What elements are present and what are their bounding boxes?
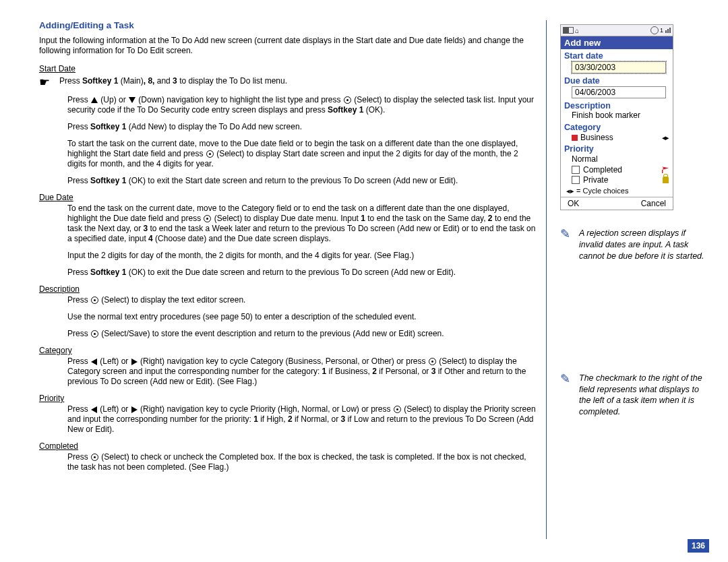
note-icon: ✎ <box>560 373 572 418</box>
start-date-p2: Press Softkey 1 (Add New) to display the… <box>67 122 538 132</box>
phone-due-date-label: Due date <box>561 75 673 86</box>
right-arrow-icon <box>131 358 138 365</box>
start-date-pointer-line: Press Softkey 1 (Main), 8, and 3 to disp… <box>59 76 538 86</box>
start-date-p1: Press (Up) or (Down) navigation key to h… <box>67 95 538 115</box>
due-date-heading: Due Date <box>39 193 538 202</box>
cycle-arrows-icon: ◂▸ <box>662 133 669 142</box>
phone-statusbar: ⌂ 1 <box>561 25 673 36</box>
phone-priority-value: Normal <box>572 154 598 164</box>
phone-description-label: Description <box>561 100 673 111</box>
category-p1: Press (Left) or (Right) navigation key t… <box>67 356 538 387</box>
flag-icon <box>662 166 669 173</box>
start-date-p4: Press Softkey 1 (OK) to exit the Start d… <box>67 176 538 186</box>
side-note-2: ✎ The checkmark to the right of the fiel… <box>560 373 709 418</box>
start-date-heading: Start Date <box>39 64 538 73</box>
priority-heading: Priority <box>39 394 538 403</box>
home-icon: ⌂ <box>575 27 579 34</box>
note-icon: ✎ <box>560 228 572 262</box>
phone-private-label: Private <box>583 175 608 185</box>
vertical-divider <box>546 20 547 539</box>
right-arrow-icon <box>131 406 138 413</box>
section-heading: Adding/Editing a Task <box>39 20 538 30</box>
clock-badge: 1 <box>660 27 663 34</box>
down-arrow-icon <box>129 97 135 103</box>
phone-softkey-ok[interactable]: OK <box>568 199 579 208</box>
phone-title: Add new <box>561 36 673 49</box>
select-icon <box>429 358 436 365</box>
pointer-icon: ☛ <box>39 76 59 88</box>
phone-priority-label: Priority <box>561 144 673 154</box>
phone-description-value[interactable]: Finish book marker <box>561 111 673 122</box>
battery-icon <box>563 27 574 34</box>
select-icon <box>91 454 98 461</box>
phone-priority-row[interactable]: Normal <box>561 154 673 165</box>
select-icon <box>91 296 98 304</box>
phone-category-row[interactable]: Business ◂▸ <box>561 132 673 144</box>
select-icon <box>91 330 98 338</box>
lock-icon <box>663 177 669 183</box>
checkbox-icon <box>572 176 580 184</box>
phone-category-value: Business <box>580 133 613 142</box>
left-arrow-icon <box>91 358 97 365</box>
completed-heading: Completed <box>39 441 538 451</box>
checkbox-icon <box>572 166 580 174</box>
phone-completed-label: Completed <box>583 165 622 175</box>
phone-cycle-hint: ◂▸ = Cycle choices <box>561 185 673 197</box>
phone-completed-row[interactable]: Completed <box>561 165 673 175</box>
side-note-1: ✎ A rejection screen displays if invalid… <box>560 228 709 262</box>
priority-p1: Press (Left) or (Right) navigation key t… <box>67 404 538 435</box>
left-arrow-icon <box>91 406 97 413</box>
description-p3: Press (Select/Save) to store the event d… <box>67 329 538 339</box>
completed-p1: Press (Select) to check or uncheck the C… <box>67 452 538 472</box>
due-date-p3: Press Softkey 1 (OK) to exit the Due dat… <box>67 268 538 278</box>
phone-start-date-field[interactable]: 03/30/2003 <box>572 61 666 73</box>
phone-screenshot: ⌂ 1 Add new Start date 03/30/2003 Due da… <box>560 24 673 210</box>
category-color-icon <box>572 135 578 141</box>
up-arrow-icon <box>91 97 98 103</box>
note-text-2: The checkmark to the right of the field … <box>579 373 709 418</box>
due-date-p1: To end the task on the current date, mov… <box>67 204 538 244</box>
phone-start-date-label: Start date <box>561 51 673 61</box>
phone-category-label: Category <box>561 122 673 132</box>
phone-softkey-cancel[interactable]: Cancel <box>641 199 666 208</box>
phone-due-date-field[interactable]: 04/06/2003 <box>572 86 666 98</box>
clock-icon <box>650 26 659 34</box>
category-heading: Category <box>39 346 538 355</box>
description-p1: Press (Select) to display the text edito… <box>67 295 538 305</box>
page-number: 136 <box>688 539 709 553</box>
note-text-1: A rejection screen displays if invalid d… <box>579 228 709 262</box>
signal-icon <box>665 27 671 34</box>
select-icon <box>206 150 214 158</box>
intro-paragraph: Input the following information at the T… <box>39 36 538 56</box>
phone-private-row[interactable]: Private <box>561 175 673 185</box>
select-icon <box>204 215 211 222</box>
description-p2: Use the normal text entry procedures (se… <box>67 312 538 322</box>
select-icon <box>344 96 351 104</box>
due-date-p2: Input the 2 digits for day of the month,… <box>67 251 538 261</box>
start-date-p3: To start the task on the current date, m… <box>67 139 538 169</box>
description-heading: Description <box>39 284 538 294</box>
select-icon <box>394 406 401 413</box>
